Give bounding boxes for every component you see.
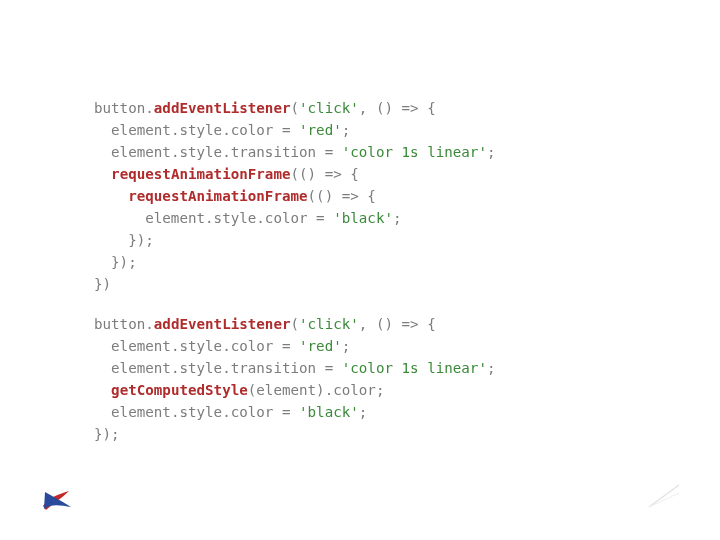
code-token: 'red': [299, 122, 342, 138]
slide: button.addEventListener('click', () => {…: [0, 0, 720, 540]
code-token: [94, 188, 128, 204]
code-token: .: [256, 210, 265, 226]
code-token: getComputedStyle: [111, 382, 248, 398]
code-token: [94, 166, 111, 182]
code-token: element: [256, 382, 316, 398]
code-token: , (): [359, 316, 402, 332]
code-token: element: [94, 338, 171, 354]
code-token: =>: [402, 316, 419, 332]
code-token: ((): [290, 166, 324, 182]
code-token: style: [179, 144, 222, 160]
code-token: , (): [359, 100, 402, 116]
code-token: .: [222, 144, 231, 160]
code-token: element: [94, 210, 205, 226]
code-token: button: [94, 100, 145, 116]
page-corner-icon: [648, 484, 680, 508]
code-token: ): [316, 382, 325, 398]
code-token: transition: [231, 360, 316, 376]
code-token: .: [222, 122, 231, 138]
code-token: addEventListener: [154, 316, 291, 332]
code-token: }): [94, 276, 111, 292]
code-token: color: [333, 382, 376, 398]
code-token: element: [94, 122, 171, 138]
code-token: 'color 1s linear': [342, 144, 487, 160]
code-token: style: [179, 404, 222, 420]
code-token: ;: [342, 122, 351, 138]
code-token: [94, 382, 111, 398]
code-token: color: [231, 122, 274, 138]
code-token: 'black': [299, 404, 359, 420]
code-token: .: [222, 404, 231, 420]
code-token: ;: [393, 210, 402, 226]
code-token: .: [145, 100, 154, 116]
code-token: element: [94, 404, 171, 420]
code-token: color: [265, 210, 308, 226]
code-token: {: [359, 188, 376, 204]
code-token: 'click': [299, 316, 359, 332]
code-token: (: [290, 316, 299, 332]
logo-blue-swoosh: [44, 492, 71, 509]
code-area: button.addEventListener('click', () => {…: [94, 97, 654, 463]
code-token: 'red': [299, 338, 342, 354]
code-token: .: [145, 316, 154, 332]
code-token: .: [222, 360, 231, 376]
code-token: .: [205, 210, 214, 226]
code-token: style: [179, 122, 222, 138]
code-token: ;: [342, 338, 351, 354]
code-token: addEventListener: [154, 100, 291, 116]
code-token: =>: [342, 188, 359, 204]
code-token: .: [325, 382, 334, 398]
code-token: =: [273, 404, 299, 420]
code-token: {: [419, 316, 436, 332]
code-token: =>: [402, 100, 419, 116]
code-token: requestAnimationFrame: [128, 188, 307, 204]
code-token: {: [342, 166, 359, 182]
code-token: =: [273, 338, 299, 354]
code-token: ;: [376, 382, 385, 398]
code-token: =: [308, 210, 334, 226]
code-token: transition: [231, 144, 316, 160]
code-token: =: [316, 360, 342, 376]
code-token: requestAnimationFrame: [111, 166, 290, 182]
code-token: color: [231, 404, 274, 420]
code-token: element: [94, 144, 171, 160]
code-block-2: button.addEventListener('click', () => {…: [94, 313, 654, 445]
code-token: 'click': [299, 100, 359, 116]
code-token: });: [94, 254, 137, 270]
code-token: =>: [325, 166, 342, 182]
code-token: ;: [487, 144, 496, 160]
code-token: ;: [487, 360, 496, 376]
code-token: element: [94, 360, 171, 376]
code-token: style: [179, 338, 222, 354]
code-token: });: [94, 232, 154, 248]
code-token: {: [419, 100, 436, 116]
code-token: style: [214, 210, 257, 226]
logo-icon: [42, 486, 72, 512]
code-token: 'black': [333, 210, 393, 226]
code-token: ;: [359, 404, 368, 420]
code-token: style: [179, 360, 222, 376]
code-token: =: [273, 122, 299, 138]
code-token: button: [94, 316, 145, 332]
code-token: color: [231, 338, 274, 354]
code-token: .: [222, 338, 231, 354]
code-token: ((): [308, 188, 342, 204]
code-token: 'color 1s linear': [342, 360, 487, 376]
code-block-1: button.addEventListener('click', () => {…: [94, 97, 654, 295]
code-token: (: [290, 100, 299, 116]
code-token: });: [94, 426, 120, 442]
code-token: =: [316, 144, 342, 160]
